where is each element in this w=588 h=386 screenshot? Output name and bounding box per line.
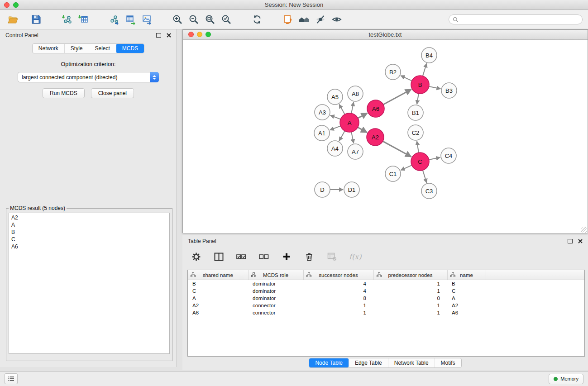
graph-node-D1[interactable]: D1: [344, 182, 359, 197]
column-visibility-button[interactable]: [213, 251, 224, 262]
graph-edge-B-B1[interactable]: [417, 94, 419, 104]
graph-node-C3[interactable]: C3: [421, 183, 437, 199]
export-network-button[interactable]: [106, 11, 122, 28]
zoom-out-button[interactable]: [186, 11, 202, 28]
import-network-button[interactable]: [59, 11, 75, 28]
tab-node-table[interactable]: Node Table: [309, 358, 349, 367]
cell-name[interactable]: C: [447, 287, 486, 295]
column-header-mcds-role[interactable]: MCDS role: [248, 270, 303, 280]
graph-edge-A-A2[interactable]: [358, 127, 367, 132]
cell-mcds-role[interactable]: connector: [248, 309, 303, 316]
search-box[interactable]: [449, 14, 583, 24]
cell-successor-nodes[interactable]: 1: [303, 309, 373, 316]
tab-mcds[interactable]: MCDS: [116, 44, 144, 53]
tab-motifs[interactable]: Motifs: [435, 358, 461, 367]
graph-edge-A-A6[interactable]: [358, 113, 368, 118]
graph-edge-A-A4[interactable]: [339, 131, 344, 141]
cell-predecessor-nodes[interactable]: 1: [373, 280, 447, 288]
graph-edge-C-C2[interactable]: [417, 141, 419, 152]
export-table-button[interactable]: [122, 11, 139, 28]
mcds-result-item[interactable]: B: [11, 229, 167, 236]
graph-node-A8[interactable]: A8: [348, 86, 363, 101]
zoom-selected-button[interactable]: [218, 11, 234, 28]
memory-button[interactable]: Memory: [549, 374, 583, 384]
cell-mcds-role[interactable]: dominator: [248, 295, 303, 302]
table-row[interactable]: A6connector11A6: [188, 309, 584, 316]
graph-edge-B-B3[interactable]: [429, 86, 441, 89]
zoom-fit-button[interactable]: [202, 11, 218, 28]
column-header-successor-nodes[interactable]: successor nodes: [303, 270, 373, 280]
network-overview-button[interactable]: [296, 11, 312, 28]
graph-node-C1[interactable]: C1: [385, 166, 401, 181]
save-session-button[interactable]: [28, 11, 44, 28]
graph-node-A6[interactable]: A6: [367, 100, 384, 117]
cell-shared-name[interactable]: A: [188, 295, 248, 302]
cell-successor-nodes[interactable]: 4: [303, 287, 373, 295]
graph-edge-B-B4[interactable]: [423, 63, 427, 76]
refresh-layout-button[interactable]: [249, 11, 265, 28]
column-header-predecessor-nodes[interactable]: predecessor nodes: [373, 270, 447, 280]
first-neighbors-button[interactable]: [280, 11, 296, 28]
close-panel-icon[interactable]: [167, 33, 171, 38]
close-table-panel-icon[interactable]: [578, 239, 583, 243]
cell-mcds-role[interactable]: connector: [248, 302, 303, 309]
mcds-result-item[interactable]: A6: [11, 243, 167, 250]
cell-successor-nodes[interactable]: 4: [303, 280, 373, 288]
table-settings-button[interactable]: [191, 251, 201, 262]
column-header-name[interactable]: name: [447, 270, 486, 280]
function-builder-button[interactable]: f(x): [349, 253, 361, 261]
cell-shared-name[interactable]: C: [188, 287, 248, 295]
graph-edge-B-B2[interactable]: [401, 76, 412, 81]
select-all-button[interactable]: [236, 251, 247, 262]
table-row[interactable]: Bdominator41B: [188, 280, 584, 288]
network-window-titlebar[interactable]: testGlobe.txt: [183, 30, 588, 40]
cell-shared-name[interactable]: A6: [188, 309, 248, 316]
tab-select[interactable]: Select: [89, 44, 116, 53]
search-input[interactable]: [461, 16, 578, 23]
optimization-criterion-select[interactable]: largest connected component (directed): [18, 72, 159, 82]
cell-successor-nodes[interactable]: 1: [303, 302, 373, 309]
graph-node-C[interactable]: C: [411, 152, 429, 171]
cell-shared-name[interactable]: B: [188, 280, 248, 288]
mcds-result-item[interactable]: A: [11, 221, 167, 229]
graph-node-A4[interactable]: A4: [327, 141, 343, 156]
graph-edge-A-A7[interactable]: [351, 132, 354, 143]
graph-node-D[interactable]: D: [315, 182, 330, 197]
table-row[interactable]: Adominator80A: [188, 295, 584, 302]
close-panel-button[interactable]: Close panel: [91, 88, 134, 98]
mcds-result-item[interactable]: A2: [11, 214, 167, 221]
cell-predecessor-nodes[interactable]: 0: [373, 295, 447, 302]
cell-name[interactable]: B: [447, 280, 486, 288]
delete-rows-button[interactable]: [304, 251, 315, 262]
graph-node-A2[interactable]: A2: [367, 129, 384, 146]
graph-node-B[interactable]: B: [411, 76, 429, 94]
graph-node-C2[interactable]: C2: [408, 125, 423, 140]
show-hide-panels-button[interactable]: [5, 373, 18, 384]
graph-edge-C-C4[interactable]: [429, 157, 440, 160]
zoom-in-button[interactable]: [169, 11, 186, 28]
import-table-button[interactable]: [75, 11, 91, 28]
table-row[interactable]: A2connector11A2: [188, 302, 584, 309]
column-header-shared-name[interactable]: shared name: [188, 270, 248, 280]
graph-node-A[interactable]: A: [340, 113, 359, 132]
cell-name[interactable]: A2: [447, 302, 486, 309]
graph-node-A1[interactable]: A1: [314, 125, 330, 141]
network-close-button[interactable]: [188, 32, 194, 37]
tab-style[interactable]: Style: [64, 44, 89, 53]
cell-mcds-role[interactable]: dominator: [248, 287, 303, 295]
cell-mcds-role[interactable]: dominator: [248, 280, 303, 288]
cell-name[interactable]: A6: [447, 309, 486, 316]
cell-name[interactable]: A: [447, 295, 486, 302]
cell-predecessor-nodes[interactable]: 1: [373, 302, 447, 309]
graph-node-A5[interactable]: A5: [327, 89, 343, 105]
network-canvas[interactable]: AA1A2A3A4A5A6A7A8BB1B2B3B4CC1C2C3C4DD1: [183, 40, 588, 233]
graph-edge-A-A5[interactable]: [339, 105, 344, 114]
resize-grip[interactable]: [581, 227, 587, 233]
tab-network-table[interactable]: Network Table: [388, 358, 435, 367]
graph-node-B4[interactable]: B4: [421, 48, 437, 63]
graph-edge-A-A1[interactable]: [330, 126, 341, 130]
hide-details-button[interactable]: [312, 11, 329, 28]
cell-predecessor-nodes[interactable]: 1: [373, 287, 447, 295]
open-session-button[interactable]: [5, 11, 21, 28]
tab-network[interactable]: Network: [33, 44, 64, 53]
